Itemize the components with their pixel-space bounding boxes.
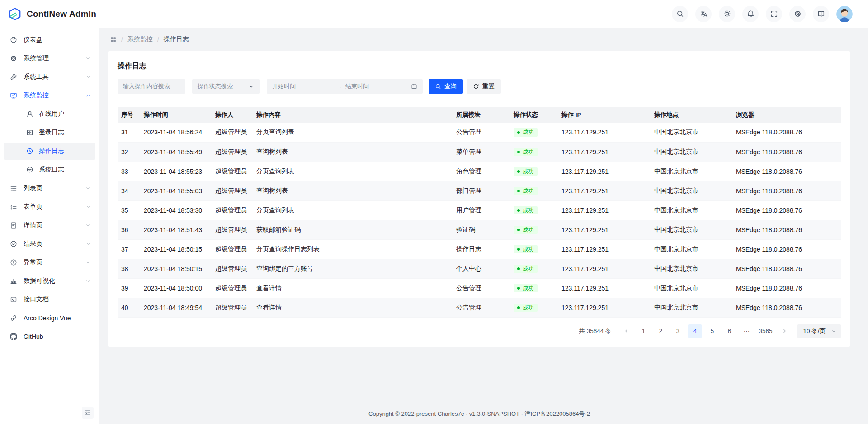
sidebar-item-api-docs[interactable]: 接口文档: [4, 291, 95, 308]
cell-content: 查询树列表: [253, 181, 453, 200]
sidebar-item-arco-design-vue[interactable]: Arco Design Vue: [4, 310, 95, 327]
search-submit-button[interactable]: 查询: [429, 79, 463, 94]
reset-button[interactable]: 重置: [467, 79, 501, 94]
sidebar-item-data-visualization[interactable]: 数据可视化: [4, 272, 95, 290]
sidebar-collapse-button[interactable]: [82, 407, 94, 419]
sidebar-item-list-pages[interactable]: 列表页: [4, 180, 95, 197]
cell-browser: MSEdge 118.0.2088.76: [732, 162, 841, 181]
status-text: 成功: [523, 208, 534, 214]
cell-content: 查询绑定的三方账号: [253, 259, 453, 278]
cell-operator: 超级管理员: [212, 220, 253, 239]
page-ellipsis-button[interactable]: ···: [740, 324, 753, 338]
sidebar-item-system-log[interactable]: 系统日志: [4, 161, 95, 178]
content-search-input[interactable]: 输入操作内容搜索: [118, 79, 185, 94]
sidebar-item-login-log[interactable]: 登录日志: [4, 124, 95, 141]
cell-status: 成功: [510, 278, 558, 298]
page-number-button[interactable]: 2: [654, 324, 667, 338]
search-button[interactable]: [672, 6, 688, 22]
sidebar-item-form-pages[interactable]: 表单页: [4, 198, 95, 215]
page-size-select[interactable]: 10 条/页: [797, 324, 841, 338]
sidebar-item-system-tools[interactable]: 系统工具: [4, 68, 95, 86]
cell-browser: MSEdge 118.0.2088.76: [732, 181, 841, 200]
sidebar: 仪表盘 系统管理 系统工具 系统监控 在线用户: [0, 28, 99, 424]
cell-id: 31: [118, 123, 140, 142]
cell-status: 成功: [510, 298, 558, 317]
table-row: 36 2023-11-04 18:51:43 超级管理员 获取邮箱验证码 验证码…: [118, 220, 841, 239]
sidebar-item-github[interactable]: GitHub: [4, 328, 95, 345]
select-placeholder: 操作状态搜索: [198, 82, 233, 91]
status-dot-icon: [517, 229, 520, 231]
page-number-button[interactable]: 5: [705, 324, 719, 338]
cell-operator: 超级管理员: [212, 298, 253, 317]
theme-toggle-button[interactable]: [719, 6, 735, 22]
cell-ip: 123.117.129.251: [558, 162, 651, 181]
status-dot-icon: [517, 190, 520, 192]
sidebar-item-online-users[interactable]: 在线用户: [4, 105, 95, 123]
warning-circle-icon: [10, 259, 17, 266]
page-number-button[interactable]: 3: [671, 324, 684, 338]
status-badge: 成功: [514, 265, 538, 273]
chevron-down-icon: [85, 278, 91, 284]
cell-operator: 超级管理员: [212, 278, 253, 298]
translate-button[interactable]: [695, 6, 712, 22]
calendar-icon: [411, 83, 417, 90]
page-number-button-active[interactable]: 4: [688, 324, 702, 338]
cell-browser: MSEdge 118.0.2088.76: [732, 259, 841, 278]
prev-page-button[interactable]: [619, 324, 633, 338]
github-icon: [10, 333, 17, 340]
date-range-picker[interactable]: 开始时间 - 结束时间: [267, 79, 423, 94]
status-text: 成功: [523, 169, 534, 175]
cell-status: 成功: [510, 220, 558, 239]
sidebar-item-label: 接口文档: [24, 295, 91, 304]
breadcrumb-parent[interactable]: 系统监控: [127, 35, 153, 43]
fullscreen-icon: [770, 10, 778, 18]
chevron-left-icon: [623, 328, 629, 334]
sidebar-item-operation-log[interactable]: 操作日志: [4, 143, 95, 160]
avatar[interactable]: [836, 6, 853, 22]
cell-ip: 123.117.129.251: [558, 123, 651, 142]
sidebar-item-label: 系统工具: [24, 73, 85, 81]
notifications-button[interactable]: [742, 6, 759, 22]
sidebar-item-label: 详情页: [24, 221, 85, 229]
copyright-text: Copyright © 2022-present Charles7c · v1.…: [368, 410, 590, 417]
search-icon: [435, 83, 441, 90]
cell-location: 中国北京北京市: [651, 200, 732, 220]
status-select[interactable]: 操作状态搜索: [192, 79, 260, 94]
table-header: 序号 操作时间 操作人 操作内容 所属模块 操作状态 操作 IP 操作地点 浏览…: [118, 107, 841, 123]
col-header-status: 操作状态: [510, 107, 558, 123]
cell-location: 中国北京北京市: [651, 259, 732, 278]
brand[interactable]: ContiNew Admin: [8, 7, 96, 21]
status-badge: 成功: [514, 148, 538, 157]
sidebar-item-label: 数据可视化: [24, 277, 85, 285]
cell-id: 38: [118, 259, 140, 278]
page-number-button[interactable]: 3565: [757, 324, 774, 338]
cell-browser: MSEdge 118.0.2088.76: [732, 298, 841, 317]
docs-button[interactable]: [813, 6, 829, 22]
sidebar-item-exception-pages[interactable]: 异常页: [4, 254, 95, 271]
settings-button[interactable]: [789, 6, 806, 22]
check-circle-icon: [10, 240, 17, 248]
sidebar-item-dashboard[interactable]: 仪表盘: [4, 31, 95, 48]
cell-content: 查看详情: [253, 298, 453, 317]
status-dot-icon: [517, 131, 520, 134]
sidebar-item-system-monitor[interactable]: 系统监控: [4, 87, 95, 104]
status-badge: 成功: [514, 245, 538, 254]
cell-content: 获取邮箱验证码: [253, 220, 453, 239]
sidebar-item-system-management[interactable]: 系统管理: [4, 50, 95, 67]
status-text: 成功: [523, 149, 534, 155]
cell-module: 部门管理: [453, 181, 510, 200]
sidebar-item-result-pages[interactable]: 结果页: [4, 235, 95, 252]
table-row: 37 2023-11-04 18:50:15 超级管理员 分页查询操作日志列表 …: [118, 239, 841, 259]
status-badge: 成功: [514, 187, 538, 195]
next-page-button[interactable]: [778, 324, 791, 338]
sidebar-item-detail-pages[interactable]: 详情页: [4, 217, 95, 234]
cell-status: 成功: [510, 181, 558, 200]
fullscreen-button[interactable]: [766, 6, 782, 22]
page-number-button[interactable]: 6: [722, 324, 736, 338]
cell-time: 2023-11-04 18:50:15: [140, 239, 212, 259]
apps-grid-icon[interactable]: [110, 36, 117, 43]
checklist-icon: [10, 203, 17, 210]
app-logo-icon: [8, 7, 22, 21]
page-number-button[interactable]: 1: [637, 324, 650, 338]
status-badge: 成功: [514, 226, 538, 234]
